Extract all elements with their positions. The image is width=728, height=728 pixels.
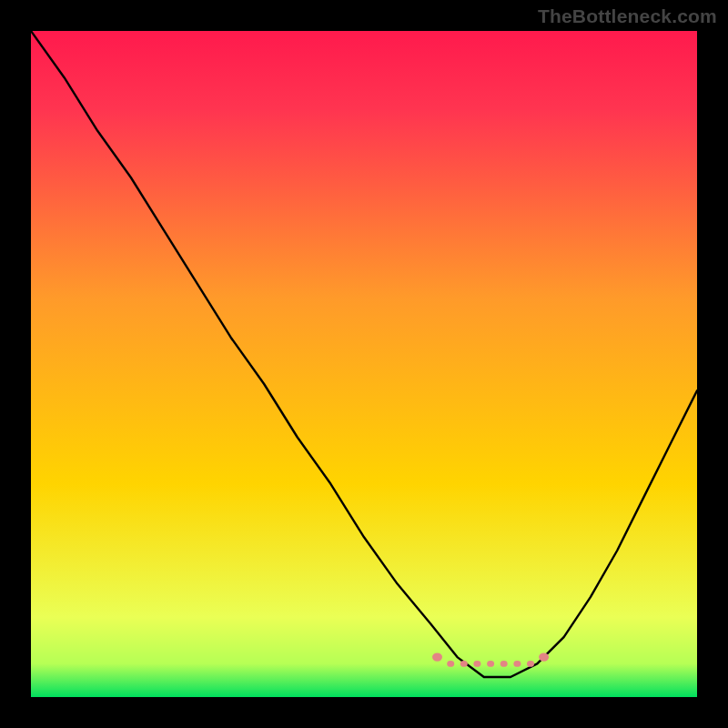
chart-frame: TheBottleneck.com [0, 0, 728, 728]
svg-point-2 [447, 661, 454, 667]
bottleneck-chart [31, 31, 697, 697]
plot-area [31, 31, 697, 697]
svg-rect-0 [31, 31, 697, 697]
svg-point-8 [527, 661, 534, 667]
svg-point-6 [500, 661, 508, 667]
svg-point-1 [432, 652, 442, 661]
watermark-label: TheBottleneck.com [538, 5, 717, 27]
svg-point-7 [513, 661, 521, 667]
svg-point-4 [473, 661, 480, 667]
svg-point-9 [539, 652, 549, 661]
svg-point-3 [460, 661, 468, 667]
svg-point-5 [487, 661, 494, 667]
